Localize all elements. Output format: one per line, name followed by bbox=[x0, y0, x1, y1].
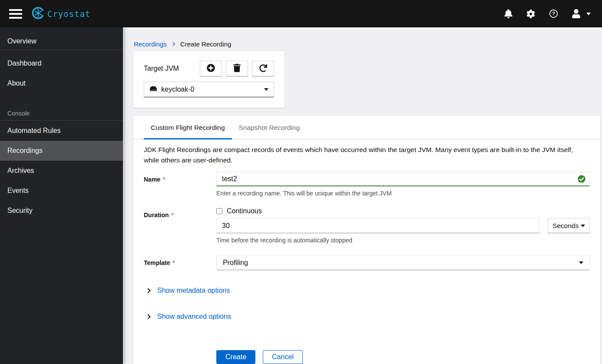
gear-icon bbox=[526, 10, 535, 18]
show-metadata-options-label: Show metadata options bbox=[157, 287, 230, 295]
plus-circle-icon bbox=[207, 64, 215, 73]
continuous-label: Continuous bbox=[227, 207, 262, 215]
angle-right-icon bbox=[171, 42, 175, 46]
masthead: Cryostat ? bbox=[0, 0, 602, 27]
target-jvm-select[interactable]: keycloak-0 bbox=[144, 82, 274, 97]
duration-unit-value: Seconds bbox=[552, 222, 579, 230]
name-form-group: Name* Enter a recording name. This will … bbox=[144, 172, 590, 197]
hamburger-icon bbox=[9, 9, 22, 11]
delete-target-button[interactable] bbox=[226, 61, 248, 76]
brand-logo[interactable]: Cryostat bbox=[32, 7, 91, 21]
sidebar-nav: Overview Dashboard About Console Automat… bbox=[0, 27, 123, 364]
caret-down-icon bbox=[579, 261, 583, 264]
brand-name: Cryostat bbox=[47, 9, 91, 19]
tab-snapshot-recording[interactable]: Snapshot Recording bbox=[232, 116, 307, 139]
template-form-group: Template* Profiling bbox=[144, 255, 590, 270]
sidebar-item-archives[interactable]: Archives bbox=[0, 161, 123, 181]
duration-input[interactable] bbox=[216, 218, 540, 233]
cryostat-logo-icon bbox=[32, 7, 45, 21]
svg-text:?: ? bbox=[552, 11, 555, 16]
sidebar-item-automated-rules[interactable]: Automated Rules bbox=[0, 121, 123, 141]
create-recording-card: Custom Flight Recording Snapshot Recordi… bbox=[133, 116, 600, 364]
add-target-button[interactable] bbox=[200, 61, 222, 76]
caret-down-icon bbox=[586, 13, 591, 15]
cancel-button[interactable]: Cancel bbox=[263, 350, 303, 364]
caret-down-icon bbox=[581, 225, 585, 227]
sidebar-item-dashboard[interactable]: Dashboard bbox=[0, 53, 123, 73]
sidebar-item-recordings[interactable]: Recordings bbox=[0, 141, 123, 161]
trash-icon bbox=[233, 64, 241, 73]
continuous-checkbox[interactable] bbox=[216, 208, 222, 214]
show-advanced-options-label: Show advanced options bbox=[157, 313, 231, 321]
required-asterisk: * bbox=[163, 176, 165, 183]
user-menu-button[interactable] bbox=[572, 9, 591, 18]
template-label: Template bbox=[144, 259, 170, 266]
form-actions: Create Cancel bbox=[216, 350, 590, 364]
show-advanced-options-toggle[interactable]: Show advanced options bbox=[144, 313, 590, 321]
target-jvm-label: Target JVM bbox=[144, 65, 179, 73]
sidebar-item-events[interactable]: Events bbox=[0, 181, 123, 201]
recording-name-input[interactable] bbox=[216, 172, 590, 186]
sidebar-section-console: Console bbox=[0, 106, 123, 121]
form-description: JDK Flight Recordings are compact record… bbox=[144, 145, 590, 165]
create-button[interactable]: Create bbox=[216, 350, 255, 364]
question-circle-icon: ? bbox=[549, 9, 558, 18]
breadcrumb-current: Create Recording bbox=[180, 40, 232, 48]
required-asterisk: * bbox=[172, 212, 174, 218]
target-jvm-select-value: keycloak-0 bbox=[161, 86, 194, 93]
hamburger-menu-button[interactable] bbox=[6, 5, 26, 23]
template-select-value: Profiling bbox=[223, 259, 248, 267]
name-helper-text: Enter a recording name. This will be uni… bbox=[216, 190, 590, 197]
check-circle-icon bbox=[578, 175, 585, 185]
show-metadata-options-toggle[interactable]: Show metadata options bbox=[144, 287, 590, 295]
required-asterisk: * bbox=[172, 259, 175, 266]
duration-form-group: Duration* Continuous Seconds Time b bbox=[144, 207, 590, 244]
caret-down-icon bbox=[264, 88, 268, 91]
settings-button[interactable] bbox=[526, 10, 535, 18]
notifications-button[interactable] bbox=[504, 9, 513, 18]
redo-icon bbox=[259, 64, 267, 73]
angle-right-icon bbox=[146, 288, 150, 293]
main-content: Recordings Create Recording Target JVM bbox=[123, 27, 602, 364]
angle-right-icon bbox=[146, 314, 150, 319]
sidebar-item-security[interactable]: Security bbox=[0, 201, 123, 221]
help-button[interactable]: ? bbox=[549, 9, 558, 18]
breadcrumb: Recordings Create Recording bbox=[134, 40, 602, 48]
template-select[interactable]: Profiling bbox=[216, 255, 590, 270]
refresh-targets-button[interactable] bbox=[252, 61, 274, 76]
sidebar-item-overview[interactable]: Overview bbox=[0, 33, 123, 50]
user-icon bbox=[572, 9, 580, 18]
duration-unit-select[interactable]: Seconds bbox=[548, 218, 590, 233]
breadcrumb-link-recordings[interactable]: Recordings bbox=[134, 40, 167, 48]
target-jvm-card: Target JVM bbox=[133, 51, 284, 108]
tab-custom-flight-recording[interactable]: Custom Flight Recording bbox=[144, 116, 232, 139]
sidebar-item-about[interactable]: About bbox=[0, 73, 123, 93]
duration-helper-text: Time before the recording is automatical… bbox=[216, 237, 590, 244]
duration-label: Duration bbox=[144, 212, 169, 218]
recording-tabs: Custom Flight Recording Snapshot Recordi… bbox=[133, 116, 600, 139]
name-label: Name bbox=[144, 176, 160, 183]
bell-icon bbox=[504, 9, 513, 18]
container-node-icon bbox=[149, 86, 157, 93]
